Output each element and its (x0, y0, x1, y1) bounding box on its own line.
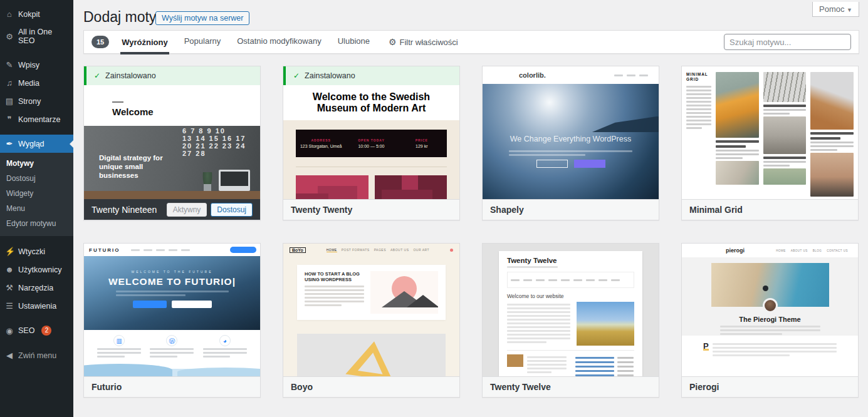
nav-placeholder (612, 70, 650, 81)
site-title: Twenty Twelve (507, 257, 634, 264)
admin-sidebar: ⌂ Kokpit ⚙ All in One SEO ✎ Wpisy ♫ Medi… (0, 0, 73, 417)
text-placeholder (527, 354, 567, 376)
theme-name: Twenty Twelve (490, 382, 551, 392)
submenu-item-menus[interactable]: Menu (0, 201, 73, 216)
calendar-row: 6 7 8 9 10 (182, 127, 256, 135)
headline-placeholder (763, 157, 807, 159)
tab-latest[interactable]: Ostatnio modyfikowany (236, 29, 322, 56)
sidebar-item-plugins[interactable]: ⚡ Wtyczki (0, 242, 73, 260)
theme-card-twenty-nineteen[interactable]: ✓ Zainstalowano Welcome 6 7 8 9 10 13 14… (83, 66, 261, 220)
plugins-icon: ⚡ (5, 247, 14, 256)
calendar-row: 13 14 15 16 17 (182, 135, 256, 142)
sidebar-item-dashboard[interactable]: ⌂ Kokpit (0, 5, 73, 23)
site-logo: pierogi (726, 247, 745, 254)
ocean-photo: We Change Everything WordPress (483, 84, 659, 199)
hero-tagline: WELCOME TO THE FUTURE (84, 270, 260, 274)
chart-icon: ▥ (113, 335, 125, 346)
hero-buttons (483, 160, 659, 168)
sidebar-item-seo[interactable]: ◉ SEO 2 (0, 321, 73, 340)
sidebar-item-posts[interactable]: ✎ Wpisy (0, 56, 73, 74)
theme-count-badge: 15 (92, 36, 109, 48)
sidebar-item-collapse-menu[interactable]: ◀ Zwiń menu (0, 346, 73, 364)
theme-card-footer: Twenty Twelve (483, 376, 659, 397)
theme-card-footer: Futurio (84, 376, 260, 397)
tab-featured[interactable]: Wyróżniony (120, 30, 169, 54)
nav-item: PAGES (374, 248, 386, 252)
theme-card-twenty-twelve[interactable]: Twenty Twelve Welcome to our website (482, 243, 659, 398)
features-section: ▥ Ⓦ ◕ (84, 330, 260, 376)
left-column (507, 354, 567, 376)
info-value: 10:00 — 5:00 (358, 144, 384, 148)
white-button-placeholder (172, 301, 212, 308)
text-placeholder (713, 341, 837, 376)
tab-favorites[interactable]: Ulubione (337, 29, 371, 56)
photo-woman-hoodie (716, 72, 759, 138)
pages-icon: ▤ (5, 96, 14, 106)
sidebar-item-pages[interactable]: ▤ Strony (0, 92, 73, 110)
theme-card-pierogi[interactable]: pierogi HOME ABOUT US BLOG CONTACT US Th… (681, 243, 859, 398)
submenu-item-customize[interactable]: Dostosuj (0, 171, 73, 186)
sidebar-item-label: Wtyczki (18, 247, 45, 256)
preview-headline: Digital strategy for unique small busine… (99, 153, 180, 180)
theme-name: Pierogi (689, 382, 719, 392)
sidebar-item-aioseo[interactable]: ⚙ All in One SEO (0, 23, 73, 49)
theme-card-futurio[interactable]: FUTURIO WELCOME TO THE FUTURE WELCOME TO… (83, 243, 261, 398)
photo-woman-hat (810, 153, 854, 197)
chevron-down-icon: ▼ (847, 7, 852, 13)
tab-popular[interactable]: Popularny (183, 29, 222, 56)
info-label: PRICE (416, 138, 428, 142)
theme-preview: pierogi HOME ABOUT US BLOG CONTACT US Th… (682, 244, 858, 376)
hero-title: The Pierogi Theme (682, 316, 858, 323)
upload-theme-button[interactable]: Wyślij motyw na serwer (155, 11, 249, 25)
hero-title: We Change Everything WordPress (483, 135, 659, 143)
sidebar-item-tools[interactable]: ⚒ Narzędzia (0, 279, 73, 297)
nav-placeholder (507, 272, 634, 288)
submenu-item-widgets[interactable]: Widgety (0, 186, 73, 201)
sidebar-item-label: Wygląd (18, 140, 44, 148)
submenu-item-theme-editor[interactable]: Edytor motywu (0, 216, 73, 231)
text-placeholder (507, 302, 570, 346)
link-row (575, 366, 635, 368)
info-box: ADDRESS 123 Storgatan, Umeå OPEN TODAY 1… (296, 130, 447, 157)
wave-decoration (84, 369, 260, 376)
customize-button[interactable]: Dostosuj (211, 203, 253, 217)
hero-buttons (84, 301, 260, 308)
right-column (575, 354, 635, 376)
wordpress-icon: Ⓦ (166, 335, 177, 346)
text-placeholder (763, 161, 807, 167)
theme-card-twenty-twenty[interactable]: ✓ Zainstalowano Welcome to the Swedish M… (283, 66, 460, 220)
avatar (763, 298, 778, 313)
site-logo: MINIMAL GRID (686, 72, 711, 82)
gear-icon: ⚙ (389, 37, 397, 47)
preview-welcome-text: Welcome (112, 106, 154, 117)
sidebar-item-settings[interactable]: ☰ Ustawienia (0, 297, 73, 315)
outline-button-placeholder (536, 160, 568, 168)
sidebar-item-appearance[interactable]: ✒ Wygląd (0, 135, 73, 153)
search-icon (450, 249, 453, 252)
text-placeholder (305, 286, 364, 306)
theme-card-shapely[interactable]: colorlib. We Change Everything WordPress… (482, 66, 659, 220)
photo-desk (716, 161, 759, 185)
cta-button-placeholder (230, 247, 256, 253)
preview-body: Twenty Twelve Welcome to our website (483, 244, 659, 376)
seo-icon: ◉ (5, 326, 14, 336)
sidebar-item-media[interactable]: ♫ Media (0, 74, 73, 92)
theme-card-boyo[interactable]: BoYo HOME POST FORMATS PAGES ABOUT US OU… (283, 243, 460, 398)
theme-card-minimal-grid[interactable]: MINIMAL GRID (681, 66, 859, 220)
mountain-decoration (407, 295, 438, 307)
image-block (297, 334, 446, 376)
help-button[interactable]: Pomoc ▼ (812, 2, 859, 17)
feature-filter-toggle[interactable]: ⚙ Filtr właściwości (389, 37, 458, 47)
hero-section: WELCOME TO THE FUTURE WELCOME TO FUTURIO… (84, 256, 260, 330)
theme-name: Shapely (490, 205, 524, 215)
nav-item: ABOUT US (390, 248, 409, 252)
sidebar-item-comments[interactable]: ❞ Komentarze (0, 110, 73, 128)
post-text-column: HOW TO START A BLOG USING WORDPRESS (305, 271, 364, 314)
sidebar-item-users[interactable]: ☻ Użytkownicy (0, 260, 73, 279)
submenu-item-themes[interactable]: Motywy (0, 156, 73, 171)
theme-preview: FUTURIO WELCOME TO THE FUTURE WELCOME TO… (84, 244, 260, 376)
sidebar-item-label: Ustawienia (18, 302, 56, 311)
calendar-row: 27 28 (182, 150, 256, 157)
page-wrapper: Twenty Twelve Welcome to our website (499, 251, 642, 376)
search-input[interactable] (724, 34, 851, 50)
